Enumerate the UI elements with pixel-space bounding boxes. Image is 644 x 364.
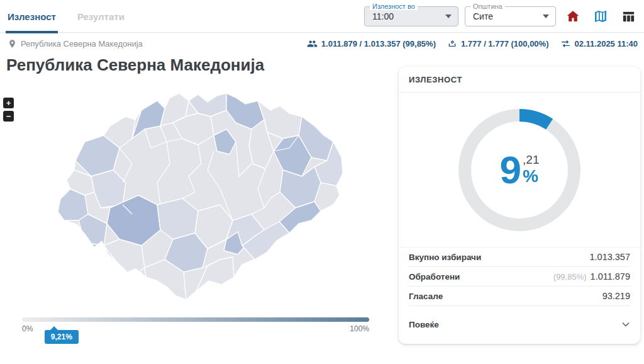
turnout-time-select-label: Излезност во (370, 3, 418, 10)
turnout-card: ИЗЛЕЗНОСТ 9 ,21 % Вкупно избирачи 1.013.… (399, 67, 640, 344)
turnout-donut-chart: 9 ,21 % (458, 109, 580, 231)
stat-updated: 02.11.2025 11:40 (560, 38, 638, 49)
top-header: Излезност Резултати Излезност во 11:00 О… (0, 0, 644, 33)
row-voted: Гласале 93.219 (409, 287, 630, 306)
donut-percent-sign: % (523, 167, 538, 186)
home-icon (565, 9, 580, 24)
turnout-time-select-value: 11:00 (372, 11, 394, 21)
scale-tooltip-value: 9,21% (51, 333, 72, 341)
stat-polling-stations: 1.777 / 1.777 (100,00%) (447, 39, 549, 49)
turnout-time-select[interactable]: Излезност во 11:00 (364, 6, 458, 26)
chevron-down-icon (621, 320, 630, 329)
map-view-button[interactable] (590, 6, 611, 27)
donut-value-decimal: ,21 (523, 154, 539, 167)
municipality-select-value: Сите (473, 11, 493, 21)
breadcrumb-location: Република Северна Македонија (21, 39, 143, 48)
chevron-down-icon (445, 14, 452, 18)
row-voted-label: Гласале (409, 292, 443, 301)
chevron-down-icon (543, 14, 549, 18)
stat-voters-value: 1.011.879 / 1.013.357 (99,85%) (321, 39, 436, 48)
main-tabs: Излезност Резултати (8, 0, 125, 33)
turnout-summary-rows: Вкупно избирачи 1.013.357 Обработени (99… (399, 247, 640, 334)
turnout-donut-zone: 9 ,21 % (399, 93, 640, 247)
north-macedonia-map-svg[interactable] (19, 88, 371, 315)
scale-max-label: 100% (350, 324, 369, 333)
row-total-voters-value: 1.013.357 (589, 252, 630, 262)
municipality-select-label: Општина (470, 3, 505, 10)
home-button[interactable] (562, 6, 584, 27)
row-total-voters: Вкупно избирачи 1.013.357 (409, 247, 630, 267)
municipality-select[interactable]: Општина Сите (465, 6, 556, 26)
location-pin-icon (8, 39, 17, 48)
more-expander[interactable]: Повеќе (409, 315, 630, 334)
sub-header: Република Северна Македонија 1.011.879 /… (0, 33, 644, 54)
turnout-scale: 0% 100% 9,21% (22, 317, 369, 333)
tab-turnout[interactable]: Излезност (8, 0, 56, 33)
ballot-box-icon (447, 39, 457, 49)
row-processed-number: 1.011.879 (591, 271, 630, 282)
header-stats: 1.011.879 / 1.013.357 (99,85%) 1.777 / 1… (307, 38, 638, 49)
row-processed: Обработени (99,85%)1.011.879 (409, 267, 630, 287)
stat-polling-stations-value: 1.777 / 1.777 (100,00%) (461, 39, 549, 48)
row-processed-label: Обработени (409, 272, 460, 282)
tab-turnout-label: Излезност (8, 11, 56, 22)
tab-results-label: Резултати (77, 11, 125, 22)
breadcrumb: Република Северна Македонија (8, 39, 143, 48)
header-filters: Излезност во 11:00 Општина Сите (364, 0, 639, 33)
municipality-map[interactable] (19, 88, 371, 315)
sync-arrows-icon (560, 38, 571, 49)
table-view-button[interactable] (618, 6, 639, 27)
map-icon (593, 9, 608, 24)
table-grid-icon (621, 9, 636, 24)
row-total-voters-label: Вкупно избирачи (409, 253, 481, 262)
stat-voters: 1.011.879 / 1.013.357 (99,85%) (307, 38, 436, 49)
row-voted-value: 93.219 (602, 291, 630, 301)
turnout-card-title: ИЗЛЕЗНОСТ (409, 75, 462, 84)
donut-value-int: 9 (500, 151, 521, 190)
tab-results[interactable]: Резултати (77, 0, 125, 33)
turnout-card-header: ИЗЛЕЗНОСТ (399, 67, 640, 93)
people-icon (307, 38, 318, 49)
more-label: Повеќе (409, 320, 439, 329)
map-zoom-controls: + − (3, 98, 14, 122)
scale-tooltip: 9,21% (45, 330, 79, 344)
scale-gradient-bar (22, 317, 369, 322)
row-processed-value: (99,85%)1.011.879 (553, 271, 630, 282)
zoom-out-button[interactable]: − (3, 111, 14, 122)
donut-center-value: 9 ,21 % (458, 109, 580, 231)
stat-updated-value: 02.11.2025 11:40 (575, 39, 638, 48)
zoom-in-button[interactable]: + (3, 98, 14, 108)
scale-min-label: 0% (22, 324, 33, 333)
row-processed-note: (99,85%) (553, 272, 587, 282)
page-title: Република Северна Македонија (6, 55, 264, 75)
